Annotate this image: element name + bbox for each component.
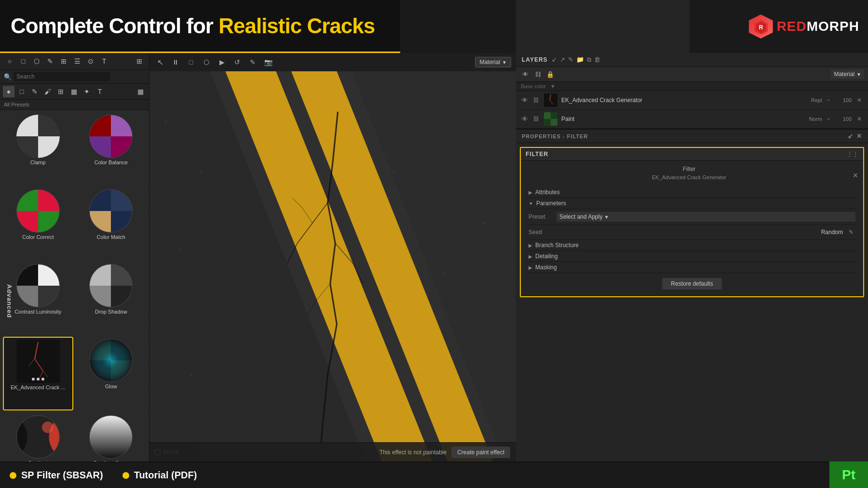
svg-rect-48: [89, 415, 133, 459]
layers-action-3[interactable]: ✎: [568, 56, 573, 64]
vp-tool-pause[interactable]: ⏸: [170, 56, 181, 68]
seed-edit-icon[interactable]: ✎: [847, 228, 855, 237]
material-dropdown[interactable]: Material ▼: [475, 57, 511, 67]
layer-tool-lock[interactable]: 🔒: [545, 69, 556, 79]
svg-rect-17: [111, 189, 133, 211]
filter-item-glow[interactable]: Glow: [76, 337, 147, 410]
filter-close-icon[interactable]: ✕: [853, 171, 858, 179]
type-circle[interactable]: ●: [3, 86, 14, 97]
seed-label: Seed: [529, 229, 553, 236]
tool-grid1[interactable]: ⊞: [58, 55, 69, 67]
preset-select[interactable]: Select and Apply ▼: [556, 212, 855, 222]
layer-eye-paint[interactable]: 👁: [521, 115, 529, 123]
svg-rect-7: [111, 115, 133, 136]
filter-section-masking[interactable]: ▶ Masking: [526, 262, 858, 273]
layer-thumb-crack: [544, 93, 557, 107]
filter-section-branch[interactable]: ▶ Branch Structure: [526, 240, 858, 251]
tool-nodes[interactable]: ⊙: [85, 55, 96, 67]
vp-tool-video[interactable]: ▶: [216, 56, 228, 68]
tool-hex[interactable]: ⬡: [31, 55, 42, 67]
filter-thumb-color-match: [89, 189, 133, 233]
svg-rect-50: [149, 71, 516, 488]
layers-action-2[interactable]: ↗: [560, 56, 565, 64]
svg-rect-11: [16, 189, 38, 211]
tool-list[interactable]: ☰: [71, 55, 83, 67]
filter-detailing-label: Detailing: [535, 253, 558, 260]
type-text[interactable]: T: [94, 86, 106, 97]
type-square[interactable]: □: [16, 86, 27, 97]
layer-chain-crack[interactable]: ⛓: [532, 96, 540, 104]
filter-section-detailing[interactable]: ▶ Detailing: [526, 251, 858, 262]
search-input[interactable]: [14, 72, 110, 81]
layers-action-5[interactable]: ⧉: [587, 56, 591, 64]
type-star[interactable]: ✦: [81, 86, 93, 97]
filter-item-ek-crack[interactable]: EK_Advanced Crack ...: [3, 337, 73, 410]
layer-row-paint[interactable]: 👁 ⛓ Paint Norm ~ 100 ✕: [516, 110, 868, 129]
filter-section-parameters[interactable]: ▼ Parameters: [526, 198, 858, 209]
layer-close-paint[interactable]: ✕: [855, 115, 863, 123]
filter-thumb-contrast: [16, 264, 60, 307]
filter-item-color-correct[interactable]: Color Correct: [3, 187, 73, 259]
all-presets-label: All Presets: [0, 100, 149, 110]
base-color-dropdown-icon[interactable]: ▼: [550, 83, 556, 89]
filter-label-glow: Glow: [105, 383, 117, 389]
filter-section-attributes[interactable]: ▶ Attributes: [526, 187, 858, 198]
vp-tool-camera[interactable]: 📷: [262, 56, 274, 68]
tool-text[interactable]: T: [98, 55, 110, 67]
restore-defaults-button[interactable]: Restore defaults: [662, 278, 721, 290]
svg-rect-30: [16, 340, 60, 383]
type-pen[interactable]: ✎: [29, 86, 41, 97]
layer-row-crack[interactable]: 👁 ⛓ EK_Advanced Crack Generator Repl ~ 1…: [516, 91, 868, 110]
filter-item-clamp[interactable]: Clamp: [3, 113, 73, 185]
layers-action-4[interactable]: 📁: [576, 56, 584, 64]
tool-circle[interactable]: ○: [4, 55, 15, 67]
layer-eye-crack[interactable]: 👁: [521, 96, 529, 104]
vp-tool-pen[interactable]: ✎: [247, 56, 258, 68]
filter-item-color-match[interactable]: Color Match: [76, 187, 147, 259]
svg-point-38: [41, 378, 44, 381]
layer-name-crack: EK_Advanced Crack Generator: [561, 97, 807, 104]
svg-rect-72: [544, 112, 551, 119]
search-icon: 🔍: [4, 73, 12, 80]
layer-tool-eye[interactable]: 👁: [520, 69, 530, 79]
logo-red: RED: [777, 19, 807, 34]
layers-action-6[interactable]: 🗑: [594, 56, 600, 64]
grid-view-icon[interactable]: ⊞: [134, 55, 145, 67]
layer-close-crack[interactable]: ✕: [855, 96, 863, 104]
tool-square[interactable]: □: [17, 55, 29, 67]
filter-item-drop-shadow[interactable]: Drop Shadow: [76, 262, 147, 334]
svg-rect-27: [111, 264, 133, 286]
create-paint-effect-button[interactable]: Create paint effect: [451, 447, 510, 458]
type-grid[interactable]: ▦: [68, 86, 80, 97]
type-brush[interactable]: 🖌: [42, 86, 54, 97]
material-select-dropdown[interactable]: Material ▼: [831, 69, 864, 79]
grid-toggle-icon[interactable]: ▦: [135, 86, 146, 97]
layers-action-1[interactable]: ↙: [552, 56, 557, 64]
vp-tool-cursor[interactable]: ↖: [154, 56, 166, 68]
vp-tool-rotate[interactable]: ↺: [231, 56, 243, 68]
layer-sep-crack: ~: [827, 97, 830, 103]
bottom-label-filter: SP Filter (SBSAR): [21, 470, 103, 481]
type-layers[interactable]: ⊞: [55, 86, 67, 97]
prop-action-close[interactable]: ✕: [856, 132, 862, 140]
vp-tool-hex[interactable]: ⬡: [201, 56, 212, 68]
svg-rect-73: [551, 119, 557, 126]
filter-thumb-ek-crack: [16, 340, 60, 383]
filter-item-contrast[interactable]: Contrast Luminosity: [3, 262, 73, 334]
layer-chain-paint[interactable]: ⛓: [532, 115, 540, 123]
svg-point-60: [443, 273, 445, 274]
filter-item-color-balance[interactable]: Color Balance: [76, 113, 147, 185]
vp-tool-rect[interactable]: □: [185, 56, 197, 68]
title-text: Complete Control for Realistic Cracks: [11, 14, 375, 38]
layers-section: LAYERS ↙ ↗ ✎ 📁 ⧉ 🗑 👁 ⛓ 🔒 Material ▼ Base…: [516, 53, 868, 129]
svg-rect-49: [149, 71, 516, 488]
layer-tool-link[interactable]: ⛓: [532, 69, 543, 79]
svg-point-36: [32, 378, 35, 381]
svg-rect-29: [111, 286, 133, 307]
tool-pen[interactable]: ✎: [44, 55, 56, 67]
filter-panel-icon-menu[interactable]: ⋮⋮: [847, 151, 858, 158]
layer-rows: 👁 ⛓ EK_Advanced Crack Generator Repl ~ 1…: [516, 91, 868, 129]
svg-rect-9: [111, 136, 133, 158]
prop-action-restore[interactable]: ↙: [848, 132, 854, 140]
svg-rect-6: [89, 115, 111, 136]
